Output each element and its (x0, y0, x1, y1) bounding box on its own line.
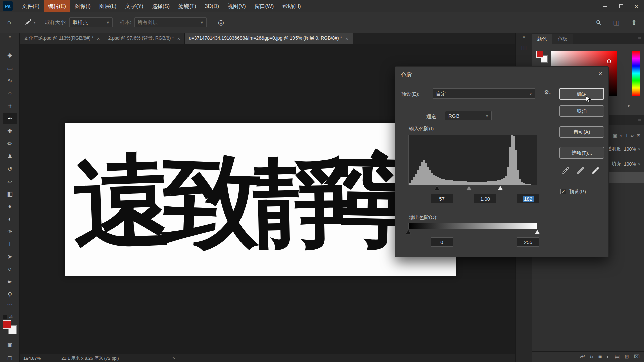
shape-tool[interactable]: ○ (3, 264, 17, 275)
gradient-tool[interactable]: ◧ (3, 188, 17, 200)
tab-close-icon[interactable]: × (97, 36, 100, 41)
layers-panel-menu-icon[interactable]: ≡ (638, 117, 641, 123)
filter-pixel-layers-icon[interactable]: ▣ (613, 133, 617, 138)
foreground-color-swatch[interactable] (3, 320, 11, 329)
menu-item-1[interactable]: 文件(F) (17, 0, 44, 12)
ok-button[interactable]: 确定 (559, 88, 604, 100)
minimize-button[interactable] (598, 0, 613, 12)
hue-slider[interactable] (632, 51, 640, 96)
screen-mode-icon[interactable]: ▢ (0, 355, 20, 361)
spot-healing-tool[interactable]: ✚ (3, 125, 17, 137)
home-icon[interactable]: ⌂ (4, 19, 14, 26)
path-selection-tool[interactable]: ➤ (3, 251, 17, 262)
eraser-tool[interactable]: ▱ (3, 176, 17, 187)
dialog-close-icon[interactable]: × (598, 70, 602, 78)
filter-adjustment-layers-icon[interactable]: ◐ (620, 133, 623, 138)
hand-tool[interactable]: ☛ (3, 276, 17, 288)
menu-item-7[interactable]: 滤镜(T) (174, 0, 200, 12)
color-panel-menu-icon[interactable]: ≡ (638, 35, 641, 41)
marquee-tool[interactable]: ▭ (3, 63, 17, 74)
layer-effects-icon[interactable]: fx (590, 354, 594, 359)
input-white-field[interactable]: 182 (517, 194, 539, 203)
menu-item-10[interactable]: 窗口(W) (250, 0, 278, 12)
white-point-slider[interactable] (498, 186, 503, 190)
dodge-tool[interactable]: ◐ (3, 214, 17, 225)
swap-colors-icon[interactable]: ⇄ (6, 314, 16, 319)
filter-type-layers-icon[interactable]: T (625, 133, 628, 138)
status-chevron-icon[interactable]: > (173, 356, 175, 361)
document-tab-1[interactable]: 文化广场.psd @ 113%(RGB/8#) *× (20, 33, 104, 44)
eyedropper-tool[interactable]: ✒ (3, 113, 17, 124)
auto-button[interactable]: 自动(A) (559, 126, 604, 138)
preset-dropdown[interactable]: 自定 ∨ (433, 88, 535, 99)
gray-point-eyedropper-icon[interactable] (576, 166, 585, 176)
options-button[interactable]: 选项(T)... (559, 147, 604, 159)
layer-group-icon[interactable]: ▤ (615, 354, 620, 360)
document-tab-2[interactable]: 2.psd @ 97.6% (背景, RGB/8) *× (104, 33, 184, 44)
lasso-tool[interactable]: ∿ (3, 75, 17, 86)
delete-layer-icon[interactable]: ⌧ (634, 354, 640, 360)
output-white-field[interactable]: 255 (517, 237, 539, 247)
close-button[interactable]: × (629, 0, 644, 12)
panel-foreground-swatch[interactable] (536, 51, 543, 58)
brush-tool[interactable]: ✏ (3, 138, 17, 149)
dock-collapse-icon[interactable]: « (516, 34, 532, 39)
menu-item-9[interactable]: 视图(V) (223, 0, 250, 12)
sample-ring-icon[interactable]: ◎ (215, 18, 227, 26)
output-black-slider[interactable] (406, 230, 411, 234)
black-point-slider[interactable] (435, 186, 439, 190)
move-tool[interactable]: ✥ (3, 50, 17, 61)
workspace-icon[interactable]: ◫ (610, 19, 623, 26)
cancel-button[interactable]: 取消 (559, 105, 604, 117)
edit-toolbar-icon[interactable]: ⋯ (0, 301, 20, 308)
search-icon[interactable]: ⚲ (592, 16, 605, 29)
gamma-slider[interactable] (467, 186, 471, 190)
black-point-eyedropper-icon[interactable] (561, 166, 570, 176)
tab-swatches[interactable]: 色板 (552, 34, 573, 44)
fill-value[interactable]: 100% (624, 161, 636, 167)
clone-stamp-tool[interactable]: ♟ (3, 150, 17, 162)
input-gamma-field[interactable]: 1.00 (474, 194, 496, 203)
pen-tool[interactable]: ✑ (3, 226, 17, 237)
sample-layers-dropdown[interactable]: 所有图层 ∨ (134, 17, 207, 27)
collapsed-panel-icon[interactable]: ◫ (516, 44, 532, 51)
restore-button[interactable] (613, 0, 629, 12)
tool-dropdown-arrow-icon[interactable]: ▾ (34, 21, 35, 24)
type-tool[interactable]: T (3, 239, 17, 250)
menu-item-5[interactable]: 文字(Y) (121, 0, 147, 12)
adjustment-layer-icon[interactable]: ◐ (607, 354, 610, 359)
toolbar-collapse-icon[interactable]: » (0, 34, 20, 39)
link-layers-icon[interactable]: ☍ (580, 354, 585, 360)
zoom-level[interactable]: 194.87% (23, 356, 41, 361)
color-indicator[interactable] (607, 59, 611, 63)
layer-mask-icon[interactable]: ◙ (599, 354, 602, 359)
zoom-tool[interactable]: ⚲ (3, 289, 17, 300)
preset-options-gear-icon[interactable]: ⚙▾ (544, 89, 551, 96)
menu-item-6[interactable]: 选择(S) (148, 0, 174, 12)
menu-item-4[interactable]: 图层(L) (95, 0, 121, 12)
crop-tool[interactable]: ⌗ (3, 100, 17, 112)
menu-item-11[interactable]: 帮助(H) (278, 0, 305, 12)
tab-close-icon[interactable]: × (345, 36, 348, 41)
menu-item-3[interactable]: 图像(I) (70, 0, 95, 12)
document-tab-3[interactable]: u=3714781434,191836688&fm=26&gp=0.jpg @ … (185, 33, 353, 44)
quick-mask-icon[interactable]: ▣ (0, 342, 20, 348)
menu-item-2[interactable]: 编辑(E) (44, 0, 70, 12)
white-point-eyedropper-icon[interactable] (591, 166, 600, 176)
history-brush-tool[interactable]: ↺ (3, 163, 17, 175)
output-black-field[interactable]: 0 (431, 237, 453, 247)
smudge-tool[interactable]: ♦ (3, 201, 17, 212)
tab-close-icon[interactable]: × (177, 36, 180, 41)
menu-item-8[interactable]: 3D(D) (201, 0, 224, 12)
opacity-value[interactable]: 100% (624, 146, 636, 152)
channel-dropdown[interactable]: RGB ∨ (445, 111, 492, 120)
filter-smart-objects-icon[interactable]: ⊡ (637, 133, 640, 138)
filter-shape-layers-icon[interactable]: ▱ (631, 133, 634, 138)
output-white-slider[interactable] (535, 230, 540, 234)
tab-color[interactable]: 颜色 (532, 34, 552, 44)
new-layer-icon[interactable]: ⊞ (625, 354, 629, 360)
preview-checkbox[interactable]: ✓ (560, 189, 566, 194)
quick-selection-tool[interactable]: ◌ (3, 88, 17, 99)
input-black-field[interactable]: 57 (431, 194, 453, 203)
share-icon[interactable]: ⇧ (628, 19, 640, 26)
